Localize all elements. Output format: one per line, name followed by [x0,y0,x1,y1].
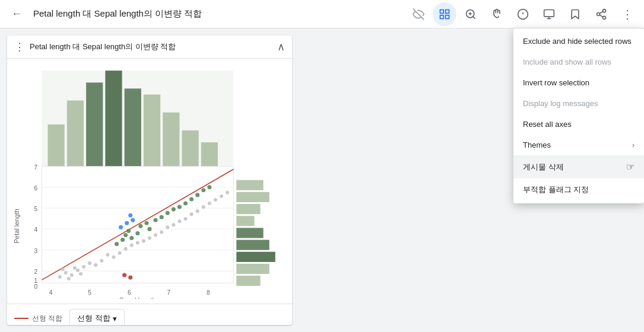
themes-label: Themes [523,141,551,149]
svg-rect-12 [544,9,554,17]
hide-button[interactable] [407,2,430,26]
svg-point-78 [147,227,151,231]
more-button[interactable]: ⋮ [616,2,639,26]
svg-point-64 [196,209,199,213]
svg-point-15 [603,9,606,12]
panel-footer: 선형 적합 선형 적합 ▾ [7,304,292,325]
dropdown-label: 선형 적합 [77,313,110,324]
svg-point-57 [154,233,157,237]
svg-point-37 [58,275,62,279]
svg-point-65 [202,205,205,209]
main-content: ⋮ Petal length 대 Sepal length의 이변량 적합 ∧ [0,28,644,332]
svg-text:7: 7 [34,164,38,171]
svg-point-83 [177,205,182,209]
svg-text:4: 4 [49,289,53,296]
bookmark-button[interactable] [563,2,587,26]
themes-item[interactable]: Themes › [513,135,644,155]
svg-rect-115 [236,240,269,250]
svg-rect-28 [182,130,198,167]
svg-rect-24 [105,71,122,166]
svg-point-84 [183,201,188,205]
svg-point-72 [123,233,128,237]
svg-rect-114 [236,228,263,238]
svg-rect-25 [125,88,141,166]
svg-point-81 [166,211,170,215]
svg-point-60 [172,223,175,226]
svg-point-39 [70,273,74,277]
svg-text:4: 4 [34,226,38,233]
svg-point-71 [120,238,125,242]
flag-item[interactable]: 부적합 플래그 지정 [513,178,644,201]
svg-point-45 [79,272,83,276]
toolbar: ← Petal length 대 Sepal length의 이변량 적합 ⋮ [0,0,644,28]
svg-point-75 [135,231,139,235]
svg-rect-1 [440,9,444,13]
select-button[interactable] [433,2,456,26]
svg-point-66 [208,202,211,205]
fitting-dropdown[interactable]: 선형 적합 ▾ [69,309,125,325]
svg-text:Petal length: Petal length [13,209,20,244]
svg-point-49 [106,253,109,257]
panel-dots-icon[interactable]: ⋮ [14,40,25,53]
svg-rect-112 [236,204,260,214]
chart-area: 7 6 5 4 3 2 1 0 4 5 6 7 8 Petal length S… [7,59,292,304]
panel-collapse-icon[interactable]: ∧ [277,40,285,53]
svg-rect-26 [144,94,160,166]
svg-line-19 [599,11,603,13]
context-menu: Exclude and hide selected rows Include a… [513,28,644,203]
toolbar-icons: ⋮ [407,2,639,26]
svg-point-61 [177,219,181,223]
toolbar-left: ← Petal length 대 Sepal length의 이변량 적합 [5,2,407,26]
svg-point-92 [128,213,132,218]
reset-axes-label: Reset all axes [523,120,572,129]
svg-point-87 [201,188,205,192]
legend-item: 선형 적합 [14,314,62,324]
svg-point-90 [125,221,129,225]
invert-selection-item[interactable]: Invert row selection [513,72,644,93]
svg-text:Sepal length: Sepal length [119,296,156,299]
svg-rect-27 [163,113,179,167]
svg-point-69 [226,191,229,194]
svg-point-52 [124,247,128,251]
page-title: Petal length 대 Sepal length의 이변량 적합 [33,8,202,20]
svg-point-70 [115,242,119,246]
svg-point-59 [166,225,169,229]
exclude-hide-item[interactable]: Exclude and hide selected rows [513,31,644,52]
delete-post-item[interactable]: 게시물 삭제 ☞ [513,155,644,178]
svg-text:2: 2 [34,269,38,275]
svg-point-94 [128,276,132,280]
svg-point-73 [126,229,131,233]
back-button[interactable]: ← [5,2,28,26]
svg-point-76 [138,224,142,228]
svg-point-85 [189,197,193,201]
info-button[interactable] [511,2,535,26]
svg-point-88 [207,185,211,189]
present-button[interactable] [537,2,561,26]
svg-point-58 [160,230,163,234]
svg-text:6: 6 [34,185,38,191]
svg-point-17 [603,16,606,19]
pan-button[interactable] [485,2,509,26]
svg-text:6: 6 [128,289,131,296]
svg-point-89 [119,225,123,229]
svg-point-48 [100,259,103,263]
svg-point-50 [112,256,115,259]
svg-rect-111 [236,192,269,202]
svg-point-54 [136,241,139,245]
svg-rect-3 [440,15,444,18]
svg-line-18 [599,15,603,17]
svg-point-41 [82,265,85,269]
legend-label: 선형 적합 [32,314,62,324]
flag-label: 부적합 플래그 지정 [523,184,589,195]
share-button[interactable] [589,2,613,26]
svg-point-74 [129,236,134,240]
svg-point-44 [73,266,77,270]
include-show-item: Include and show all rows [513,52,644,72]
chart-svg: 7 6 5 4 3 2 1 0 4 5 6 7 8 Petal length S… [12,63,287,299]
exclude-hide-label: Exclude and hide selected rows [523,37,632,46]
svg-point-43 [67,277,71,280]
svg-point-67 [214,198,217,202]
zoom-button[interactable] [459,2,483,26]
svg-rect-4 [446,15,449,18]
reset-axes-item[interactable]: Reset all axes [513,114,644,135]
